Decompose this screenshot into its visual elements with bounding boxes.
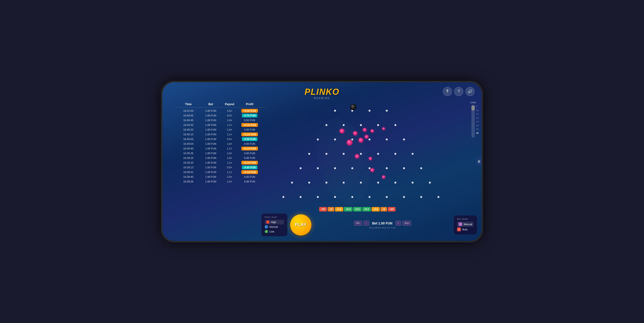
row-payout: 1.0× <box>221 152 238 155</box>
row-bet: 1.00 FUN <box>200 156 221 160</box>
row-profit: -0.50 FUN <box>238 138 262 140</box>
table-row: 16:39:24 1.00 FUN 1.0× 0.00 FUN <box>176 156 266 160</box>
line-10: 10 <box>476 108 478 112</box>
line-12: 12 <box>476 116 478 120</box>
row-payout: 0.5× <box>221 138 238 140</box>
row-bet: 1.00 FUN <box>200 142 221 145</box>
row-bet: 1.00 FUN <box>200 180 221 183</box>
risk-normal-icon: 🔵 <box>265 225 268 228</box>
line-15: 15 <box>476 127 478 131</box>
table-row: 16:38:26 1.00 FUN 1.0× 0.00 FUN <box>176 179 266 184</box>
bet-minus-button[interactable]: − <box>364 221 369 226</box>
multiplier-badge: ×0.3 <box>344 207 352 212</box>
line-11: 11 <box>476 112 478 116</box>
row-time: 16:38:26 <box>176 180 200 183</box>
row-profit: +0.10 FUN <box>238 124 262 126</box>
sound-icon[interactable]: 🔊 <box>466 87 474 96</box>
multiplier-badge: ×0.2 <box>353 207 362 212</box>
table-body: 16:41:03 1.00 FUN 1.5× +0.50 FUN 16:40:5… <box>176 108 266 184</box>
table-row: 16:40:55 1.00 FUN 0.3× -0.70 FUN <box>176 113 266 118</box>
row-payout: 1.1× <box>221 161 238 164</box>
table-row: 16:39:45 1.00 FUN 1.1× +0.10 FUN <box>176 146 266 151</box>
row-payout: 1.0× <box>221 142 238 145</box>
game-title: PLINKO <box>304 87 340 97</box>
row-time: 16:39:54 <box>176 142 200 145</box>
mode-auto-label: Auto <box>462 228 468 231</box>
row-bet: 1.00 FUN <box>200 128 221 131</box>
row-profit: +0.50 FUN <box>238 110 262 112</box>
bet-max-button[interactable]: Max <box>402 221 411 226</box>
table-row: 16:39:54 1.00 FUN 1.0× 0.00 FUN <box>176 142 266 146</box>
risk-low-icon: 🔒 <box>265 230 268 233</box>
bet-min-button[interactable]: Min <box>354 221 362 226</box>
risk-high-label: High <box>271 221 276 224</box>
table-header: Time Bet Payout Profit <box>176 101 266 108</box>
bet-mode-panel: Bet Mode M Manual A Auto <box>454 216 477 234</box>
row-time: 16:38:40 <box>176 176 200 178</box>
row-payout: 0.5× <box>221 166 238 169</box>
row-bet: 1.00 FUN <box>200 138 221 140</box>
multiplier-badge: ×0.3 <box>362 207 371 212</box>
row-payout: 1.0× <box>221 119 238 122</box>
row-bet: 1.00 FUN <box>200 133 221 136</box>
row-profit: 0.00 FUN <box>238 180 262 183</box>
help-icon[interactable]: ? <box>454 87 463 96</box>
table-row: 16:40:22 1.00 FUN 1.0× 0.00 FUN <box>176 127 266 132</box>
multiplier-badge: ×1.5 <box>372 207 380 212</box>
risk-high[interactable]: 🔴 High <box>265 220 284 224</box>
risk-normal[interactable]: 🔵 Normal <box>265 224 284 229</box>
row-payout: 1.1× <box>221 147 238 150</box>
row-profit: -0.50 FUN <box>238 166 262 169</box>
row-payout: 0.3× <box>221 114 238 117</box>
multiplier-row: ×29×4×1.5×0.3×0.2×0.3×1.5×4×29 <box>262 207 453 212</box>
table-row: 16:40:32 1.00 FUN 1.1× +0.10 FUN <box>176 122 266 127</box>
multiplier-badge: ×1.5 <box>335 207 344 212</box>
row-bet: 1.00 FUN <box>200 124 221 126</box>
mode-manual[interactable]: M Manual <box>457 222 474 227</box>
bet-panel: Min − Bet 1.00 FUN + Max BALANCE 992.30 … <box>314 221 451 229</box>
row-bet: 1.00 FUN <box>200 152 221 155</box>
badge-icon[interactable]: 🎖 <box>443 87 452 96</box>
multiplier-badge: ×29 <box>319 207 327 212</box>
row-payout: 1.0× <box>221 128 238 131</box>
row-payout: 1.0× <box>221 156 238 160</box>
bet-value: Bet 1.00 FUN <box>370 222 394 225</box>
row-time: 16:40:13 <box>176 133 200 136</box>
plinko-board <box>266 99 456 214</box>
game-title-group: PLINKO BGAMING <box>304 87 340 100</box>
col-payout: Payout <box>221 102 238 106</box>
row-profit: 0.00 FUN <box>238 128 262 131</box>
risk-panel: Risk Level 🔴 High 🔵 Normal 🔒 Low <box>262 214 287 236</box>
row-time: 16:41:03 <box>176 110 200 112</box>
row-profit: +0.10 FUN <box>238 147 262 150</box>
table-row: 16:38:40 1.00 FUN 1.0× 0.00 FUN <box>176 174 266 179</box>
lines-track[interactable] <box>472 105 475 138</box>
row-time: 16:40:45 <box>176 119 200 122</box>
peg-canvas <box>266 99 456 214</box>
row-profit: +0.10 FUN <box>238 161 262 164</box>
row-payout: 1.5× <box>221 110 238 112</box>
play-button[interactable]: PLAY <box>290 214 312 236</box>
row-profit: +0.10 FUN <box>238 171 262 174</box>
row-time: 16:39:13 <box>176 166 200 169</box>
lines-selector[interactable]: Lines 9 10 11 12 13 14 15 16 <box>469 101 477 139</box>
settings-side-button[interactable]: ⚙ <box>476 158 482 165</box>
table-row: 16:39:13 1.00 FUN 0.5× -0.50 FUN <box>176 165 266 170</box>
col-profit: Profit <box>238 102 262 106</box>
row-bet: 1.00 FUN <box>200 147 221 150</box>
line-9: 9 <box>476 105 478 108</box>
row-profit: +0.10 FUN <box>238 133 262 136</box>
game-subtitle: BGAMING <box>304 97 340 100</box>
mode-auto[interactable]: A Auto <box>457 227 474 232</box>
row-time: 16:40:32 <box>176 124 200 126</box>
line-16: 16 <box>476 131 478 135</box>
table-row: 16:40:13 1.00 FUN 1.1× +0.10 FUN <box>176 132 266 137</box>
play-button-wrap: PLAY <box>290 214 312 236</box>
row-time: 16:39:35 <box>176 152 200 155</box>
table-row: 16:39:35 1.00 FUN 1.0× 0.00 FUN <box>176 151 266 156</box>
bet-plus-button[interactable]: + <box>396 221 401 226</box>
row-bet: 1.00 FUN <box>200 166 221 169</box>
risk-low[interactable]: 🔒 Low <box>265 229 284 234</box>
row-bet: 1.00 FUN <box>200 110 221 112</box>
multiplier-badge: ×4 <box>328 207 334 212</box>
